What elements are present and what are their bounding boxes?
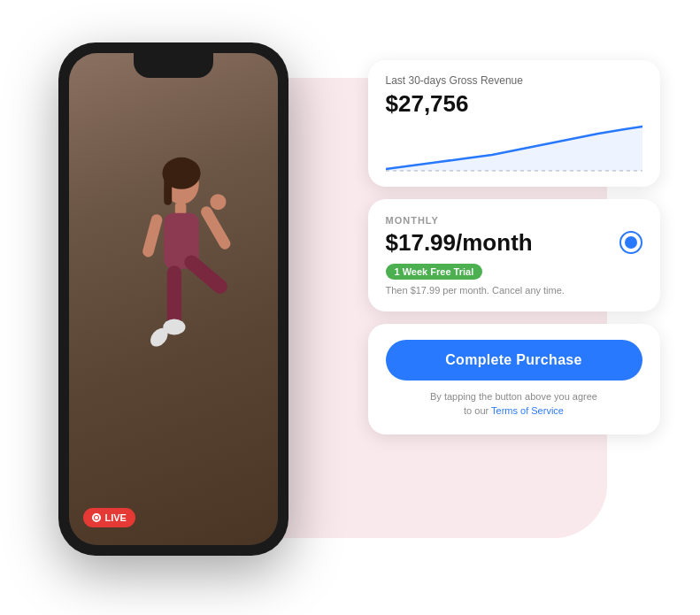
pricing-card: MONTHLY $17.99/month 1 Week Free Trial T… [368,199,660,311]
terms-of-service-link[interactable]: Terms of Service [491,405,564,416]
purchase-card: Complete Purchase By tapping the button … [368,324,660,434]
complete-purchase-button[interactable]: Complete Purchase [386,340,642,381]
radio-button[interactable] [619,231,642,254]
pricing-amount: $17.99/month [386,229,533,257]
revenue-label: Last 30-days Gross Revenue [386,74,642,87]
phone-screen: LIVE [69,53,278,545]
terms-line2: to our [464,405,491,416]
live-icon [92,513,101,522]
svg-rect-9 [181,252,230,296]
revenue-card: Last 30-days Gross Revenue $27,756 [368,60,660,187]
fitness-person-svg [103,140,244,458]
svg-rect-8 [166,265,181,326]
radio-inner [625,236,637,249]
fitness-image [69,53,278,545]
scene: LIVE Last 30-days Gross Revenue $27,756 [32,25,669,591]
phone-notch [134,53,213,78]
cards-container: Last 30-days Gross Revenue $27,756 MONTH… [368,60,660,434]
live-text: LIVE [105,512,127,523]
terms-line1: By tapping the button above you agree [430,391,597,402]
svg-rect-5 [198,204,232,250]
revenue-chart [386,125,642,178]
pricing-period-label: MONTHLY [386,215,642,226]
phone-device: LIVE [58,42,288,556]
pricing-row: $17.99/month [386,229,642,257]
live-badge: LIVE [83,508,135,527]
svg-marker-13 [386,127,642,171]
pricing-fine-print: Then $17.99 per month. Cancel any time. [386,285,642,296]
svg-point-7 [210,194,226,210]
chart-area [386,125,642,178]
terms-text: By tapping the button above you agree to… [386,389,642,419]
trial-badge: 1 Week Free Trial [386,264,483,280]
svg-rect-6 [141,212,163,258]
svg-rect-2 [164,173,172,204]
revenue-amount: $27,756 [386,90,642,118]
